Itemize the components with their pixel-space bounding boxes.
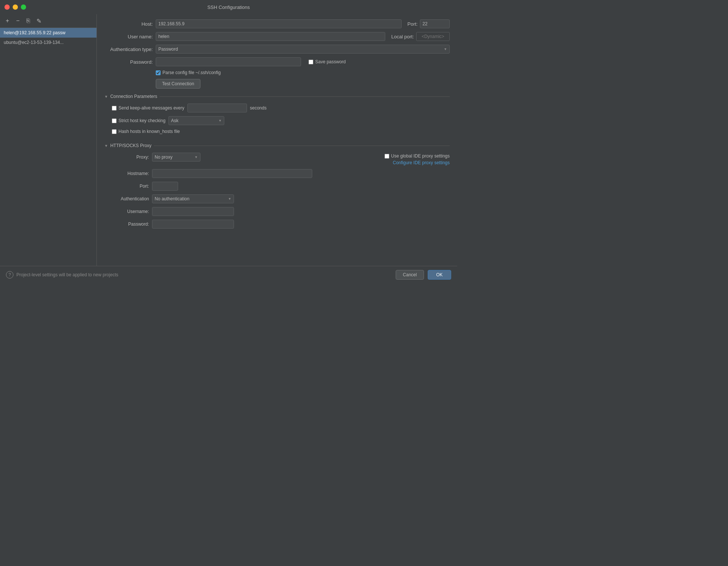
- keep-alive-checkbox[interactable]: [112, 106, 117, 111]
- proxy-port-input[interactable]: [152, 182, 178, 191]
- auth-type-select-wrapper: Password Key pair OpenSSH config and aut…: [156, 45, 450, 54]
- auth-type-label: Authentication type:: [104, 47, 153, 52]
- sidebar-item-helen[interactable]: helen@192.168.55.9:22 passw: [0, 28, 96, 38]
- port-input[interactable]: [420, 19, 450, 28]
- title-bar: SSH Configurations: [0, 0, 457, 14]
- copy-config-button[interactable]: ⎘: [24, 16, 33, 25]
- proxy-hostname-row: Hostname:: [112, 169, 450, 178]
- form-panel: Host: Port: User name: Local port: Authe…: [97, 14, 457, 266]
- bottom-bar: ? Project-level settings will be applied…: [0, 266, 457, 283]
- auth-type-select[interactable]: Password Key pair OpenSSH config and aut…: [156, 45, 450, 54]
- proxy-label: Proxy:: [112, 155, 149, 160]
- window-controls: [4, 4, 26, 10]
- host-label: Host:: [104, 21, 153, 27]
- connection-params-arrow[interactable]: ▼: [104, 95, 108, 99]
- local-port-input[interactable]: [416, 32, 450, 41]
- use-global-label[interactable]: Use global IDE proxy settings: [384, 153, 450, 159]
- auth-type-row: Authentication type: Password Key pair O…: [104, 45, 450, 54]
- close-button[interactable]: [4, 4, 10, 10]
- remove-config-button[interactable]: −: [13, 16, 22, 25]
- proxy-password-row: Password:: [112, 220, 450, 229]
- proxy-body: Proxy: No proxy HTTP SOCKS4 SOCKS5: [104, 153, 450, 236]
- password-label: Password:: [104, 59, 153, 65]
- save-password-label[interactable]: Save password: [308, 59, 346, 64]
- hash-hosts-label[interactable]: Hash hosts in known_hosts file: [112, 129, 180, 134]
- window-title: SSH Configurations: [207, 4, 250, 10]
- parse-config-checkbox[interactable]: [156, 70, 161, 75]
- proxy-title: HTTP/SOCKS Proxy: [110, 143, 152, 148]
- proxy-auth-select[interactable]: No authentication Password Username/pass…: [152, 194, 234, 203]
- config-list: helen@192.168.55.9:22 passw ubuntu@ec2-1…: [0, 28, 96, 266]
- username-row: User name: Local port:: [104, 32, 450, 41]
- proxy-main-row: Proxy: No proxy HTTP SOCKS4 SOCKS5: [112, 153, 450, 165]
- proxy-auth-select-wrapper: No authentication Password Username/pass…: [152, 194, 234, 203]
- use-global-checkbox[interactable]: [384, 154, 389, 159]
- add-config-button[interactable]: +: [3, 16, 12, 25]
- proxy-header: ▼ HTTP/SOCKS Proxy: [104, 143, 450, 148]
- proxy-port-row: Port:: [112, 182, 450, 191]
- proxy-auth-row: Authentication No authentication Passwor…: [112, 194, 450, 203]
- test-connection-row: Test Connection: [156, 79, 450, 89]
- main-content: + − ⎘ ✎ helen@192.168.55.9:22 passw ubun…: [0, 14, 457, 266]
- edit-config-button[interactable]: ✎: [34, 16, 43, 25]
- minimize-button[interactable]: [13, 4, 18, 10]
- proxy-username-label: Username:: [112, 209, 149, 214]
- test-connection-button[interactable]: Test Connection: [156, 79, 200, 89]
- proxy-arrow[interactable]: ▼: [104, 144, 108, 148]
- status-text: Project-level settings will be applied t…: [16, 272, 118, 277]
- proxy-auth-label: Authentication: [112, 196, 149, 201]
- configure-ide-link[interactable]: Configure IDE proxy settings: [393, 160, 450, 165]
- sidebar: + − ⎘ ✎ helen@192.168.55.9:22 passw ubun…: [0, 14, 97, 266]
- maximize-button[interactable]: [21, 4, 26, 10]
- proxy-port-label: Port:: [112, 184, 149, 189]
- host-input[interactable]: [156, 19, 402, 28]
- connection-params-title: Connection Parameters: [110, 94, 157, 99]
- ask-select[interactable]: Ask Yes No: [168, 116, 224, 125]
- hash-hosts-checkbox[interactable]: [112, 129, 117, 134]
- save-password-checkbox[interactable]: [308, 60, 313, 64]
- strict-host-checkbox[interactable]: [112, 118, 117, 123]
- proxy-password-label: Password:: [112, 222, 149, 227]
- proxy-select-wrapper: No proxy HTTP SOCKS4 SOCKS5: [152, 153, 200, 162]
- proxy-select[interactable]: No proxy HTTP SOCKS4 SOCKS5: [152, 153, 200, 162]
- password-input[interactable]: [156, 57, 301, 66]
- keep-alive-label[interactable]: Send keep-alive messages every: [112, 105, 184, 111]
- parse-config-label[interactable]: Parse config file ~/.ssh/config: [156, 70, 221, 75]
- sidebar-item-ubuntu[interactable]: ubuntu@ec2-13-53-139-134...: [0, 38, 96, 47]
- cancel-button[interactable]: Cancel: [396, 270, 424, 280]
- proxy-left: Proxy: No proxy HTTP SOCKS4 SOCKS5: [112, 153, 200, 165]
- proxy-right: Use global IDE proxy settings Configure …: [384, 153, 450, 165]
- host-row: Host: Port:: [104, 19, 450, 28]
- strict-host-label[interactable]: Strict host key checking: [112, 118, 165, 123]
- proxy-username-input[interactable]: [152, 207, 234, 216]
- parse-config-row: Parse config file ~/.ssh/config: [156, 70, 450, 75]
- proxy-username-row: Username:: [112, 207, 450, 216]
- connection-params-body: Send keep-alive messages every seconds S…: [104, 104, 450, 142]
- username-input[interactable]: [156, 32, 385, 41]
- strict-host-row: Strict host key checking Ask Yes No: [112, 116, 450, 125]
- ok-button[interactable]: OK: [428, 270, 451, 280]
- connection-params-divider: [159, 96, 450, 97]
- proxy-divider: [154, 146, 450, 146]
- connection-params-header: ▼ Connection Parameters: [104, 94, 450, 99]
- seconds-label: seconds: [250, 105, 267, 111]
- proxy-password-input[interactable]: [152, 220, 234, 229]
- proxy-hostname-input[interactable]: [152, 169, 312, 178]
- proxy-hostname-label: Hostname:: [112, 171, 149, 176]
- bottom-right: Cancel OK: [396, 270, 451, 280]
- password-row: Password: Save password: [104, 57, 450, 66]
- bottom-left: ? Project-level settings will be applied…: [6, 271, 118, 279]
- port-label: Port:: [408, 21, 418, 27]
- help-button[interactable]: ?: [6, 271, 13, 279]
- username-label: User name:: [104, 34, 153, 39]
- ask-select-wrapper: Ask Yes No: [168, 116, 224, 125]
- sidebar-toolbar: + − ⎘ ✎: [0, 14, 96, 28]
- keep-alive-input[interactable]: [187, 104, 247, 112]
- hash-hosts-row: Hash hosts in known_hosts file: [112, 129, 450, 134]
- keep-alive-row: Send keep-alive messages every seconds: [112, 104, 450, 112]
- proxy-select-row: Proxy: No proxy HTTP SOCKS4 SOCKS5: [112, 153, 200, 162]
- local-port-label: Local port:: [391, 34, 414, 39]
